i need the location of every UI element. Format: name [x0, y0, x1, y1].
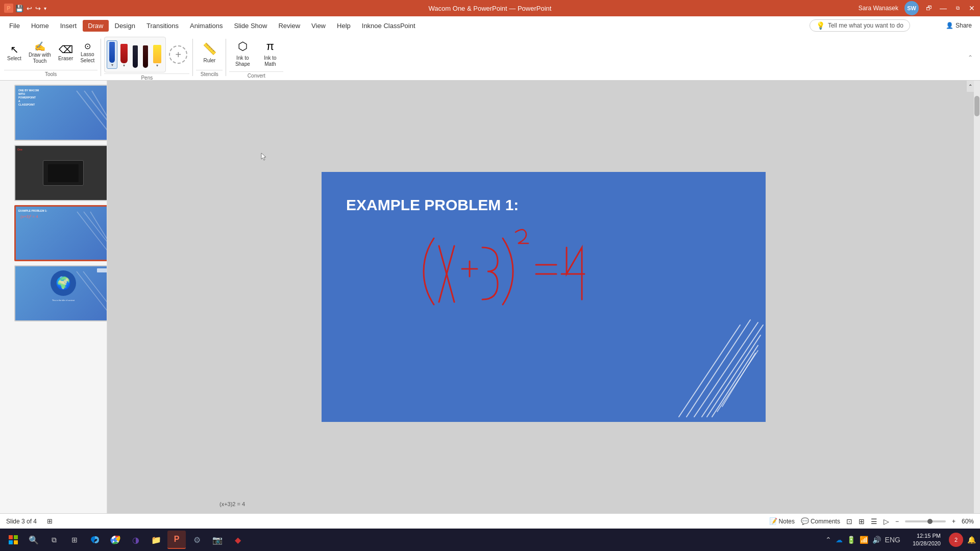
- slide-thumb-4[interactable]: 🌍 This is the title of content: [14, 265, 107, 321]
- menu-draw[interactable]: Draw: [83, 20, 108, 32]
- collapse-ribbon-button[interactable]: ⌃: [967, 81, 974, 92]
- stencils-group: 📏 Ruler Stencils: [196, 37, 223, 78]
- canvas-area[interactable]: EXAMPLE PROBLEM 1:: [107, 81, 980, 513]
- reading-view-icon[interactable]: ☰: [871, 517, 877, 525]
- slide-canvas[interactable]: EXAMPLE PROBLEM 1:: [322, 172, 766, 422]
- arc-taskbar[interactable]: ◑: [127, 531, 145, 549]
- files-taskbar[interactable]: 📁: [147, 531, 165, 549]
- multitasking-icon: ⊞: [71, 536, 78, 544]
- slide-show-icon[interactable]: ▷: [884, 517, 889, 525]
- zoom-in-icon[interactable]: +: [952, 518, 955, 525]
- restore-down-icon[interactable]: 🗗: [925, 4, 933, 12]
- menu-review[interactable]: Review: [273, 20, 305, 32]
- search-taskbar[interactable]: 🔍: [24, 531, 43, 549]
- normal-view-icon[interactable]: ⊡: [846, 517, 852, 525]
- customize-icon[interactable]: ▾: [44, 6, 46, 11]
- draw-toolbar: ↖ Select ✍ Draw with Touch ⌫ Eraser ⊙ La…: [0, 35, 980, 81]
- classpoint-taskbar[interactable]: ◆: [229, 531, 247, 549]
- device-screen: [48, 164, 79, 182]
- menu-view[interactable]: View: [306, 20, 331, 32]
- restore-icon[interactable]: ⧉: [953, 4, 962, 12]
- fit-to-window-icon[interactable]: ⊞: [47, 517, 53, 525]
- slide-thumb-1[interactable]: ONE BY WACOMWITHPOWERPOINT&CLASSPOINT: [14, 85, 107, 141]
- slide-title: EXAMPLE PROBLEM 1:: [346, 196, 741, 214]
- svg-line-6: [77, 271, 107, 317]
- menu-inknoe[interactable]: Inknoe ClassPoint: [357, 20, 421, 32]
- wifi-icon[interactable]: 📶: [860, 536, 868, 544]
- powerpoint-taskbar[interactable]: P: [167, 531, 186, 549]
- task-view[interactable]: ⧉: [45, 531, 63, 549]
- battery-icon[interactable]: 🔋: [847, 536, 855, 544]
- show-hidden-icon[interactable]: ⌃: [825, 536, 831, 544]
- menu-home[interactable]: Home: [26, 20, 54, 32]
- chrome-taskbar[interactable]: [106, 531, 125, 549]
- menu-animations[interactable]: Animations: [185, 20, 228, 32]
- pen-yellow-dropdown[interactable]: ▾: [156, 63, 158, 68]
- lasso-icon: ⊙: [84, 42, 91, 51]
- comments-button[interactable]: 💬 Comments: [801, 517, 840, 525]
- ink-to-shape-button[interactable]: ⬡ Ink toShape: [229, 37, 256, 70]
- svg-rect-9: [14, 535, 18, 539]
- pen-dark[interactable]: [131, 40, 140, 69]
- zoom-percent[interactable]: 60%: [962, 518, 974, 525]
- lasso-tool[interactable]: ⊙ Lasso Select: [77, 40, 97, 66]
- menu-insert[interactable]: Insert: [55, 20, 82, 32]
- pen-yellow[interactable]: ▾: [151, 40, 163, 69]
- select-tool[interactable]: ↖ Select: [4, 42, 24, 64]
- slide-thumb-3[interactable]: EXAMPLE PROBLEM 1: (x+3)² = 4: [14, 205, 107, 261]
- menu-design[interactable]: Design: [110, 20, 140, 32]
- minimize-icon[interactable]: —: [939, 4, 947, 12]
- language-icon[interactable]: ENG: [885, 536, 900, 544]
- steam-taskbar[interactable]: ⚙: [188, 531, 206, 549]
- menu-help[interactable]: Help: [332, 20, 356, 32]
- menu-transitions[interactable]: Transitions: [141, 20, 184, 32]
- system-tray-icons: ⌃ ☁ 🔋 📶 🔊 ENG: [821, 536, 904, 544]
- app-icon: P: [4, 4, 13, 13]
- sep-2: [192, 39, 193, 76]
- multitasking-button[interactable]: ⊞: [65, 531, 84, 549]
- ruler-tool[interactable]: 📏 Ruler: [196, 39, 223, 67]
- action-center-icon[interactable]: 🔔: [967, 536, 976, 544]
- greenshot-taskbar[interactable]: 📷: [208, 531, 227, 549]
- slide-sorter-icon[interactable]: ⊞: [859, 517, 865, 525]
- edge-icon: [90, 535, 100, 545]
- pen-blue-dropdown[interactable]: ▾: [111, 63, 113, 67]
- redo-icon[interactable]: ↪: [35, 5, 41, 12]
- add-pen-button[interactable]: +: [169, 45, 187, 64]
- onedrive-icon[interactable]: ☁: [836, 536, 843, 544]
- ribbon-collapse[interactable]: ⌃: [965, 37, 976, 78]
- steam-icon: ⚙: [193, 535, 201, 545]
- volume-icon[interactable]: 🔊: [872, 536, 881, 544]
- zoom-slider[interactable]: [905, 520, 946, 522]
- stencils-group-label: Stencils: [196, 70, 223, 78]
- tell-me-box[interactable]: 💡 Tell me what you want to do: [810, 19, 910, 32]
- notification-badge[interactable]: 2: [949, 533, 963, 547]
- pen-red[interactable]: ▾: [118, 40, 130, 69]
- vertical-scrollbar[interactable]: [974, 81, 980, 513]
- task-view-icon: ⧉: [52, 536, 57, 544]
- zoom-out-icon[interactable]: −: [895, 518, 899, 525]
- eraser-tool[interactable]: ⌫ Eraser: [55, 42, 76, 64]
- slide-thumb-2[interactable]: One: [14, 145, 107, 201]
- start-button[interactable]: [4, 531, 22, 549]
- pen-red-dropdown[interactable]: ▾: [123, 63, 125, 68]
- ink-to-math-button[interactable]: π Ink toMath: [257, 37, 283, 70]
- pen-darkred[interactable]: [141, 40, 150, 69]
- close-icon[interactable]: ✕: [968, 4, 976, 12]
- save-icon[interactable]: 💾: [15, 5, 23, 12]
- share-button[interactable]: 👤 Share: [942, 20, 976, 31]
- undo-icon[interactable]: ↩: [27, 5, 32, 12]
- edge-taskbar[interactable]: [86, 531, 104, 549]
- menu-slideshow[interactable]: Slide Show: [229, 20, 272, 32]
- draw-touch-tool[interactable]: ✍ Draw with Touch: [26, 40, 54, 66]
- menu-file[interactable]: File: [4, 20, 25, 32]
- system-tray: ⌃ ☁ 🔋 📶 🔊 ENG 12:15 PM 10/28/2020 2 🔔: [821, 532, 976, 548]
- user-avatar[interactable]: SW: [904, 1, 919, 15]
- notes-button[interactable]: 📝 Notes: [769, 517, 795, 525]
- chrome-icon: [110, 535, 120, 545]
- system-clock[interactable]: 12:15 PM 10/28/2020: [909, 532, 945, 548]
- search-icon: 🔍: [29, 535, 39, 545]
- scroll-thumb[interactable]: [974, 96, 979, 116]
- pen-blue[interactable]: ▾: [107, 40, 117, 69]
- svg-rect-10: [9, 540, 13, 544]
